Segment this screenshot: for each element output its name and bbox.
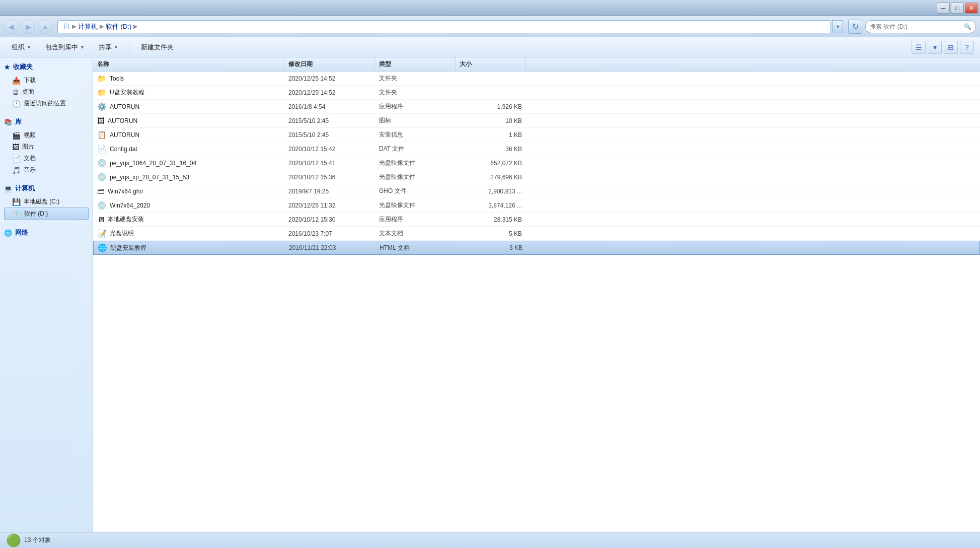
sidebar-section-header-computer[interactable]: 💻 计算机 [4, 184, 89, 193]
close-button[interactable]: ✕ [965, 3, 978, 14]
column-header-type[interactable]: 类型 [375, 57, 456, 71]
path-computer[interactable]: 计算机 [78, 22, 98, 31]
file-date-win7x64-gho: 2019/9/7 19:25 [284, 188, 375, 195]
file-row[interactable]: 🖼 AUTORUN 2015/5/10 2:45 图标 10 KB [93, 114, 980, 128]
file-date-tools: 2020/12/25 14:52 [284, 75, 375, 82]
file-row[interactable]: 📝 光盘说明 2016/10/23 7:07 文本文档 5 KB [93, 227, 980, 241]
path-drive[interactable]: 软件 (D:) [106, 22, 131, 31]
sidebar-item-music[interactable]: 🎵音乐 [4, 164, 89, 176]
file-name-autorun-exe: ⚙️ AUTORUN [93, 102, 284, 111]
sidebar-item-local-c[interactable]: 💾本地磁盘 (C:) [4, 196, 89, 208]
view-toggle-button2[interactable]: ▾ [928, 41, 942, 54]
file-name-text-hdd-install-tutorial: 硬盘安装教程 [110, 244, 146, 252]
sidebar-header-icon-computer: 💻 [4, 185, 12, 192]
file-header: 名称 修改日期 类型 大小 [93, 57, 980, 72]
file-date-pe-yqs-1064: 2020/10/12 15:41 [284, 160, 375, 167]
file-name-text-udisk-install: U盘安装教程 [110, 88, 144, 97]
file-row[interactable]: 💿 Win7x64_2020 2020/12/25 11:32 光盘映像文件 3… [93, 198, 980, 213]
file-name-win7x64-2020: 💿 Win7x64_2020 [93, 201, 284, 210]
back-button[interactable]: ◀ [4, 20, 18, 34]
column-header-date[interactable]: 修改日期 [284, 57, 375, 71]
sidebar-item-downloads[interactable]: 📥下载 [4, 75, 89, 86]
sidebar-header-icon-network: 🌐 [4, 229, 12, 237]
file-name-config-dat: 📄 Config.dat [93, 145, 284, 154]
sidebar-section-header-network[interactable]: 🌐 网络 [4, 228, 89, 237]
minimize-button[interactable]: ─ [937, 3, 950, 14]
file-type-win7x64-2020: 光盘映像文件 [375, 201, 456, 210]
column-header-size[interactable]: 大小 [456, 57, 526, 71]
new-folder-button[interactable]: 新建文件夹 [135, 40, 179, 55]
maximize-button[interactable]: □ [951, 3, 964, 14]
sidebar-item-label-document: 文档 [24, 154, 36, 163]
include-library-button[interactable]: 包含到库中 ▾ [40, 40, 89, 55]
file-icon-autorun-inf: 📋 [97, 130, 107, 140]
file-type-win7x64-gho: GHO 文件 [375, 187, 456, 195]
file-name-pe-yqs-xp: 💿 pe_yqs_xp_20_07_31_15_53 [93, 173, 284, 182]
file-size-autorun-exe: 1,926 KB [456, 103, 526, 110]
file-name-text-win7x64-gho: Win7x64.gho [108, 188, 143, 195]
sidebar-item-picture[interactable]: 🖼图片 [4, 141, 89, 153]
sidebar-item-icon-local-c: 💾 [12, 198, 21, 206]
file-row[interactable]: 🖥 本地硬盘安装 2020/10/12 15:30 应用程序 28,315 KB [93, 213, 980, 227]
file-size-win7x64-gho: 2,900,813 ... [456, 188, 526, 195]
file-row[interactable]: 🌐 硬盘安装教程 2016/11/21 22:03 HTML 文档 3 KB [93, 241, 980, 255]
include-library-label: 包含到库中 [45, 43, 78, 52]
view-icon: ☰ [916, 43, 922, 51]
file-size-config-dat: 36 KB [456, 146, 526, 153]
sidebar-item-label-recent: 最近访问的位置 [24, 99, 66, 108]
sidebar-section-computer: 💻 计算机💾本地磁盘 (C:)💿软件 (D:) [4, 184, 89, 220]
sidebar-item-document[interactable]: 📄文档 [4, 153, 89, 164]
toolbar-divider [129, 41, 129, 53]
file-row[interactable]: 📁 Tools 2020/12/25 14:52 文件夹 [93, 72, 980, 86]
file-date-autorun-ico: 2015/5/10 2:45 [284, 117, 375, 124]
sidebar-item-icon-recent: 🕐 [12, 100, 21, 108]
file-row[interactable]: 💿 pe_yqs_1064_20_07_31_16_04 2020/10/12 … [93, 156, 980, 170]
help-button[interactable]: ? [960, 41, 974, 54]
search-box: 🔍 [865, 20, 976, 33]
sidebar-section-header-favorites[interactable]: ★ 收藏夹 [4, 62, 89, 72]
sidebar-item-label-video: 视频 [24, 131, 36, 140]
sidebar-item-video[interactable]: 🎬视频 [4, 129, 89, 141]
sidebar-section-header-library[interactable]: 📚 库 [4, 117, 89, 126]
file-type-pe-yqs-xp: 光盘映像文件 [375, 173, 456, 181]
file-row[interactable]: ⚙️ AUTORUN 2016/1/8 4:54 应用程序 1,926 KB [93, 100, 980, 114]
search-input[interactable] [870, 23, 962, 30]
file-type-autorun-ico: 图标 [375, 116, 456, 125]
organize-button[interactable]: 组织 ▾ [6, 40, 36, 55]
file-name-text-disc-readme: 光盘说明 [110, 229, 134, 238]
preview-button[interactable]: ⊟ [944, 41, 958, 54]
sidebar-item-local-d[interactable]: 💿软件 (D:) [4, 208, 89, 220]
sidebar-item-desktop[interactable]: 🖥桌面 [4, 86, 89, 98]
file-type-udisk-install: 文件夹 [375, 88, 456, 97]
statusbar-count: 13 个对象 [24, 536, 51, 544]
file-row[interactable]: 📄 Config.dat 2020/10/12 15:42 DAT 文件 36 … [93, 142, 980, 156]
statusbar-app-icon: 🟢 [6, 533, 21, 547]
file-name-text-autorun-exe: AUTORUN [110, 103, 139, 110]
file-icon-win7x64-2020: 💿 [97, 201, 107, 210]
share-button[interactable]: 共享 ▾ [93, 40, 123, 55]
file-row[interactable]: 💿 pe_yqs_xp_20_07_31_15_53 2020/10/12 15… [93, 170, 980, 184]
file-name-tools: 📁 Tools [93, 74, 284, 83]
sidebar-item-icon-video: 🎬 [12, 131, 21, 140]
view-toggle-button[interactable]: ☰ [912, 41, 926, 54]
forward-button[interactable]: ▶ [21, 20, 35, 34]
search-icon[interactable]: 🔍 [964, 23, 971, 30]
file-name-win7x64-gho: 🗃 Win7x64.gho [93, 187, 284, 195]
file-type-disc-readme: 文本文档 [375, 229, 456, 238]
file-row[interactable]: 🗃 Win7x64.gho 2019/9/7 19:25 GHO 文件 2,90… [93, 184, 980, 198]
sidebar-item-label-downloads: 下载 [24, 76, 36, 85]
column-header-name[interactable]: 名称 [93, 57, 284, 71]
file-name-text-pe-yqs-xp: pe_yqs_xp_20_07_31_15_53 [110, 174, 189, 181]
file-name-disc-readme: 📝 光盘说明 [93, 229, 284, 238]
sidebar-item-recent[interactable]: 🕐最近访问的位置 [4, 98, 89, 109]
up-button[interactable]: ▲ [38, 20, 52, 34]
file-row[interactable]: 📋 AUTORUN 2015/5/10 2:45 安装信息 1 KB [93, 128, 980, 142]
address-dropdown[interactable]: ▾ [832, 20, 843, 33]
refresh-button[interactable]: ↻ [848, 20, 862, 34]
file-row[interactable]: 📁 U盘安装教程 2020/12/25 14:52 文件夹 [93, 86, 980, 100]
sidebar-item-label-local-d: 软件 (D:) [24, 210, 48, 218]
file-size-autorun-ico: 10 KB [456, 117, 526, 124]
file-size-local-hdd-install: 28,315 KB [456, 216, 526, 223]
sidebar-item-icon-desktop: 🖥 [12, 88, 19, 96]
file-icon-autorun-ico: 🖼 [97, 116, 105, 125]
